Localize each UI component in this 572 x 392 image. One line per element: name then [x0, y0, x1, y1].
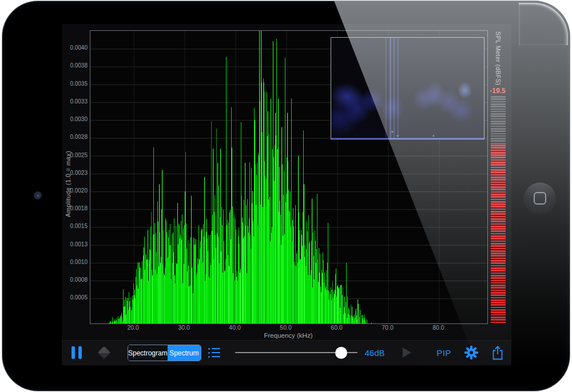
y-tick-label: 0.0013 [62, 241, 88, 247]
y-tick-label: 0.0035 [62, 81, 88, 87]
spl-meter-value: -19.5 [486, 87, 510, 95]
y-tick-label: 0.0023 [62, 170, 88, 176]
ipad-device-frame: Amplitude (1.0 = max) 0.00400.00380.0035… [2, 1, 570, 391]
y-tick-label: 0.0010 [62, 259, 88, 265]
spl-meter-headroom-segments [491, 96, 506, 145]
play-icon [403, 347, 411, 358]
list-bullet-icon [208, 348, 220, 358]
photo-canvas: Amplitude (1.0 = max) 0.00400.00380.0035… [0, 0, 572, 392]
slider-thumb[interactable] [335, 347, 347, 359]
y-tick-label: 0.0015 [62, 223, 88, 229]
share-button[interactable] [491, 341, 505, 365]
settings-list-button[interactable] [208, 341, 220, 365]
x-tick-label: 20.0 [121, 324, 146, 331]
x-tick-label: 40.0 [223, 324, 248, 331]
gain-slider[interactable] [235, 341, 357, 365]
y-tick-label: 0.0033 [62, 98, 88, 105]
y-tick-label: 0.0008 [62, 277, 88, 283]
y-tick-label: 0.0040 [62, 45, 88, 51]
spl-meter-level-segments [491, 145, 506, 323]
y-tick-label: 0.0030 [62, 116, 88, 122]
slider-rail[interactable] [235, 347, 357, 359]
pause-button[interactable] [72, 341, 82, 365]
bottom-toolbar: Spectrogram Spectrum [62, 340, 511, 366]
x-tick-label: 50.0 [273, 324, 299, 331]
pause-icon [78, 346, 82, 359]
spectrogram-image [331, 38, 484, 139]
x-tick-label: 60.0 [324, 324, 349, 331]
y-tick-label: 0.0020 [62, 187, 88, 194]
pip-button[interactable]: PIP [434, 341, 454, 365]
y-tick-label: 0.0005 [62, 294, 88, 301]
app-screen: Amplitude (1.0 = max) 0.00400.00380.0035… [62, 24, 511, 365]
pause-icon [72, 346, 75, 359]
play-button[interactable] [403, 341, 411, 365]
y-tick-label: 0.0038 [62, 62, 88, 69]
settings-button[interactable] [464, 341, 479, 365]
share-icon [491, 345, 505, 361]
home-button-square-icon [534, 192, 546, 205]
display-mode-segmented-control[interactable]: Spectrogram Spectrum [128, 345, 201, 361]
home-button[interactable] [525, 183, 555, 214]
y-tick-label: 0.0028 [62, 134, 88, 140]
front-camera-icon [34, 191, 42, 199]
clear-button[interactable] [100, 341, 109, 365]
segment-spectrum[interactable]: Spectrum [168, 345, 201, 361]
segment-spectrogram[interactable]: Spectrogram [128, 345, 168, 361]
x-tick-label: 70.0 [375, 324, 400, 331]
y-tick-label: 0.0018 [62, 205, 88, 211]
x-tick-label: 30.0 [172, 324, 197, 331]
settings-gear-icon [464, 345, 479, 360]
spectrogram-inset[interactable] [331, 37, 484, 139]
x-axis-title: Frequency (kHz) [90, 332, 487, 339]
frame-corner-highlight [519, 3, 568, 45]
eraser-icon [98, 346, 111, 359]
x-tick-label: 80.0 [426, 324, 451, 331]
y-tick-label: 0.0025 [62, 152, 88, 158]
spl-level-meter [491, 96, 506, 323]
gain-value-label: 46dB [362, 341, 388, 365]
camera-lens [37, 194, 39, 197]
